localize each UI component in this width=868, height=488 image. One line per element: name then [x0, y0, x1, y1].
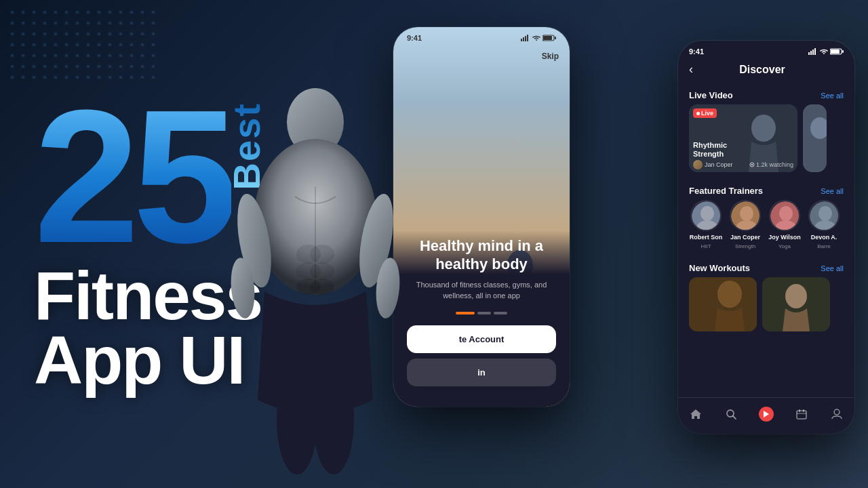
featured-trainers-label: Featured Trainers	[689, 186, 763, 196]
trainer-card-4[interactable]: Devon A. Barre	[807, 200, 841, 249]
phone-right-mockup: 9:41 ‹	[678, 41, 854, 434]
play-icon	[762, 409, 771, 419]
workout-card-bg-2	[762, 277, 830, 331]
trainer-card-1[interactable]: Robert Son HIIT	[689, 200, 723, 249]
discover-title: Discover	[739, 64, 785, 76]
featured-trainers-header: Featured Trainers See all	[678, 179, 854, 200]
watching-text: 1.2k watching	[756, 161, 793, 168]
trainer-avatar-svg-2	[731, 201, 761, 231]
workout-card-2[interactable]	[762, 277, 830, 331]
trainer-card-2[interactable]: Jan Coper Strength	[728, 200, 762, 249]
svg-rect-126	[812, 49, 814, 55]
workout-card-1[interactable]	[689, 277, 757, 331]
svg-point-163	[834, 409, 840, 415]
skip-button[interactable]: Skip	[542, 52, 559, 61]
new-workouts-label: New Workouts	[689, 263, 750, 273]
svg-point-28	[11, 33, 14, 36]
right-time: 9:41	[689, 47, 704, 56]
svg-rect-120	[527, 35, 528, 41]
live-card-partial	[803, 104, 827, 172]
live-card-bg: Live RhythmicStrength Jan Coper 1.2k wat…	[689, 104, 797, 172]
svg-point-70	[11, 65, 14, 68]
live-card-title: RhythmicStrength	[693, 141, 727, 159]
svg-rect-117	[521, 39, 522, 41]
live-card-meta: Jan Coper 1.2k watching	[693, 160, 793, 169]
live-badge: Live	[693, 108, 717, 118]
nav-search[interactable]	[724, 407, 738, 422]
svg-point-135	[751, 164, 753, 165]
svg-point-84	[11, 76, 14, 79]
live-video-label: Live Video	[689, 90, 733, 100]
search-icon	[725, 408, 737, 420]
dot-2	[477, 312, 491, 314]
svg-rect-119	[525, 36, 526, 41]
nav-play[interactable]	[759, 407, 774, 422]
dot-1	[456, 312, 475, 314]
bottom-nav	[678, 397, 854, 434]
svg-line-157	[733, 416, 736, 419]
trainer-avatar-3	[769, 200, 800, 231]
svg-rect-152	[689, 277, 757, 331]
wifi-icon-r	[820, 48, 828, 55]
trainer-avatar-svg-4	[810, 201, 840, 231]
trainer-card-3[interactable]: Joy Wilson Yoga	[768, 200, 802, 249]
home-icon	[690, 408, 702, 420]
svg-point-110	[277, 366, 317, 474]
svg-point-56	[11, 54, 14, 58]
svg-point-107	[310, 262, 334, 280]
watching-count: 1.2k watching	[749, 161, 793, 168]
center-status-icons	[521, 35, 556, 41]
svg-rect-118	[523, 37, 524, 41]
svg-point-42	[11, 43, 14, 47]
trainer-name-3: Joy Wilson	[768, 234, 800, 241]
back-button[interactable]: ‹	[689, 62, 693, 77]
new-workouts-header: New Workouts See all	[678, 256, 854, 277]
nav-profile[interactable]	[829, 407, 844, 422]
phone-right-statusbar: 9:41	[689, 47, 844, 56]
trainer-avatar-svg-1	[692, 201, 722, 231]
svg-rect-159	[797, 411, 806, 419]
phone-right-header: 9:41 ‹	[678, 41, 854, 83]
partial-card-bg	[803, 104, 827, 172]
svg-point-105	[310, 245, 334, 264]
svg-rect-125	[810, 51, 812, 55]
svg-rect-130	[842, 50, 844, 53]
svg-rect-155	[762, 277, 830, 331]
svg-point-109	[310, 279, 334, 295]
svg-rect-123	[555, 37, 556, 39]
battery-icon-r	[830, 48, 844, 55]
nav-home[interactable]	[688, 407, 703, 422]
featured-trainers-see-all[interactable]: See all	[821, 187, 844, 195]
nav-calendar[interactable]	[794, 407, 809, 422]
trainer-name-1: Robert Son	[690, 234, 723, 241]
center-time: 9:41	[407, 34, 422, 42]
new-workouts-see-all[interactable]: See all	[821, 264, 844, 272]
svg-marker-158	[764, 411, 769, 418]
svg-point-111	[313, 366, 354, 474]
live-video-see-all[interactable]: See all	[821, 92, 844, 100]
trainer-name-2: Jan Coper	[730, 234, 760, 241]
trainer-avatar-4	[808, 200, 840, 231]
live-dot	[696, 112, 700, 115]
svg-point-14	[11, 22, 14, 25]
discover-nav: ‹ Discover	[689, 61, 844, 78]
svg-rect-122	[543, 36, 552, 40]
workout-card-bg-1	[689, 277, 757, 331]
workouts-scroll	[678, 277, 854, 331]
svg-point-148	[818, 206, 832, 221]
profile-icon	[831, 408, 843, 420]
battery-icon	[542, 35, 556, 41]
live-card-rhythmic[interactable]: Live RhythmicStrength Jan Coper 1.2k wat…	[689, 104, 797, 172]
svg-point-145	[779, 206, 793, 221]
svg-point-142	[740, 206, 753, 221]
trainer-name-4: Devon A.	[811, 234, 837, 241]
svg-point-139	[701, 206, 714, 221]
live-video-header: Live Video See all	[678, 83, 854, 104]
trainer-avatar-1	[690, 200, 722, 231]
live-text: Live	[701, 110, 713, 117]
svg-rect-127	[814, 48, 816, 55]
svg-rect-124	[808, 52, 810, 55]
wifi-icon	[532, 35, 540, 41]
trainer-specialty-4: Barre	[817, 243, 831, 249]
phone-center-statusbar: 9:41	[393, 27, 570, 49]
